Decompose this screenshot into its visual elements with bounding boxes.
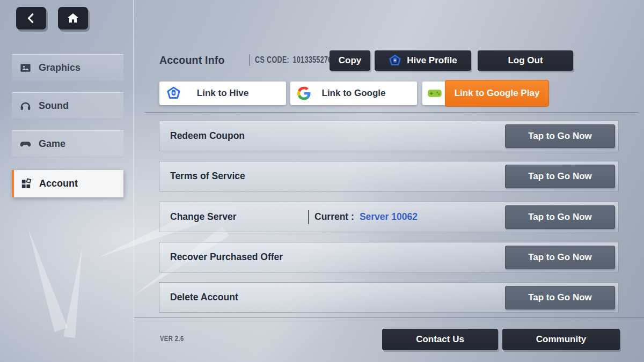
home-button[interactable] — [58, 7, 88, 29]
current-server: Current : Server 10062 — [308, 210, 418, 224]
sidebar-item-label: Account — [39, 178, 78, 189]
sidebar-item-game[interactable]: Game — [12, 130, 123, 157]
sidebar-item-graphics[interactable]: Graphics — [12, 54, 123, 81]
row-redeem-coupon: Redeem Coupon Tap to Go Now — [159, 121, 619, 151]
link-to-google-play-highlight[interactable]: Link to Google Play — [445, 80, 549, 107]
row-label: Delete Account — [170, 292, 238, 303]
page-title: Account Info — [159, 54, 225, 67]
logout-button[interactable]: Log Out — [478, 50, 573, 71]
go-button-label: Tap to Go Now — [528, 212, 592, 223]
hive-logo-icon — [166, 86, 181, 101]
link-to-google-play-button[interactable]: Link to Google Play — [422, 82, 548, 105]
sidebar-item-account[interactable]: Account — [12, 170, 123, 197]
sidebar-item-label: Sound — [39, 100, 69, 112]
current-server-value: Server 10062 — [360, 211, 418, 223]
go-button-label: Tap to Go Now — [528, 171, 592, 182]
tap-to-go-now-button[interactable]: Tap to Go Now — [505, 286, 615, 309]
row-label: Redeem Coupon — [170, 130, 245, 142]
row-terms-of-service: Terms of Service Tap to Go Now — [159, 161, 619, 191]
link-to-google-label: Link to Google — [322, 88, 386, 99]
community-button[interactable]: Community — [502, 329, 620, 350]
version-text: VER 2.6 — [160, 334, 184, 343]
row-label: Terms of Service — [170, 171, 245, 182]
link-to-google-play-label: Link to Google Play — [455, 88, 540, 99]
row-recover-purchased-offer: Recover Purchased Offer Tap to Go Now — [159, 242, 619, 272]
image-icon — [19, 62, 32, 74]
community-label: Community — [536, 334, 587, 345]
tap-to-go-now-button[interactable]: Tap to Go Now — [505, 165, 615, 188]
hive-profile-button[interactable]: Hive Profile — [375, 50, 471, 71]
contact-us-label: Contact Us — [416, 334, 464, 345]
cs-code-divider — [249, 54, 250, 66]
current-server-divider — [308, 210, 309, 224]
copy-button-label: Copy — [339, 55, 362, 66]
content-divider-bottom — [134, 317, 644, 318]
contact-us-button[interactable]: Contact Us — [382, 329, 498, 350]
headphones-icon — [19, 100, 32, 112]
row-label: Change Server — [170, 211, 237, 223]
tap-to-go-now-button[interactable]: Tap to Go Now — [505, 205, 615, 229]
grid-windows-icon — [20, 178, 32, 190]
sidebar-item-label: Graphics — [39, 62, 80, 73]
cs-code-label: CS CODE: — [255, 55, 289, 65]
link-to-hive-button[interactable]: Link to Hive — [159, 82, 286, 105]
go-button-label: Tap to Go Now — [528, 252, 592, 263]
current-server-label: Current : — [314, 211, 354, 223]
google-g-icon — [297, 87, 311, 100]
sidebar-item-sound[interactable]: Sound — [12, 92, 123, 119]
row-label: Recover Purchased Offer — [170, 252, 283, 263]
link-to-google-button[interactable]: Link to Google — [290, 82, 417, 105]
sidebar-divider — [133, 0, 134, 362]
content-divider-top — [145, 112, 639, 113]
go-button-label: Tap to Go Now — [528, 292, 592, 303]
logout-label: Log Out — [508, 55, 543, 66]
google-play-games-icon — [427, 85, 443, 101]
tap-to-go-now-button[interactable]: Tap to Go Now — [505, 124, 615, 148]
gamepad-icon — [19, 138, 32, 150]
chevron-left-icon — [25, 12, 37, 24]
copy-button[interactable]: Copy — [330, 50, 370, 71]
home-icon — [67, 12, 79, 25]
hive-profile-label: Hive Profile — [407, 55, 457, 66]
back-button[interactable] — [16, 7, 46, 29]
sidebar-item-label: Game — [39, 138, 65, 150]
row-change-server: Change Server Current : Server 10062 Tap… — [159, 202, 619, 232]
hive-logo-icon — [389, 54, 401, 67]
background-decoration — [21, 226, 68, 332]
go-button-label: Tap to Go Now — [528, 131, 592, 142]
link-to-hive-label: Link to Hive — [197, 88, 248, 99]
background-decoration — [63, 246, 87, 338]
tap-to-go-now-button[interactable]: Tap to Go Now — [505, 246, 615, 269]
row-delete-account: Delete Account Tap to Go Now — [159, 282, 619, 313]
